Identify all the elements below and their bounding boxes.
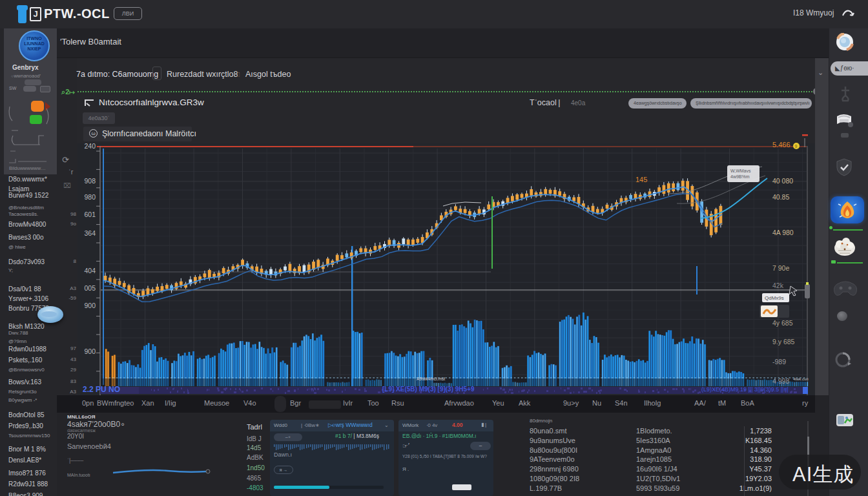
svg-text:4A 980: 4A 980 bbox=[772, 229, 794, 236]
svg-text:005: 005 bbox=[84, 284, 96, 292]
svg-text:4y 685: 4y 685 bbox=[772, 319, 793, 327]
svg-text:42k: 42k bbox=[772, 282, 784, 289]
svg-text:240: 240 bbox=[84, 142, 96, 150]
svg-text:9.y 685: 9.y 685 bbox=[772, 338, 795, 346]
svg-text:-989: -989 bbox=[772, 358, 786, 366]
svg-text:W,WMavs: W,WMavs bbox=[730, 169, 751, 173]
svg-text:(L9)XE(4B)M9.19 ||| 3||9(3)9.5: (L9)XE(4B)M9.19 ||| 3||9(3)9.5 ||#| bbox=[701, 386, 789, 393]
svg-text:[L9] XE(5B) M9(3) [9](3) 9H5+9: [L9] XE(5B) M9(3) [9](3) 9H5+9 bbox=[382, 386, 475, 393]
svg-text:A9twk4mct.mst: A9twk4mct.mst bbox=[417, 377, 445, 381]
svg-text:404: 404 bbox=[84, 267, 96, 274]
svg-text:QdMx9s: QdMx9s bbox=[765, 295, 784, 301]
svg-text:7 90e: 7 90e bbox=[772, 264, 789, 272]
svg-text:145: 145 bbox=[636, 176, 647, 183]
svg-text:4w9B%m: 4w9B%m bbox=[730, 174, 750, 179]
svg-text:4twk.curi: 4twk.curi bbox=[793, 377, 809, 381]
svg-text:980: 980 bbox=[84, 193, 96, 201]
svg-text:9: 9 bbox=[795, 144, 798, 149]
svg-text:900: 900 bbox=[84, 347, 96, 355]
svg-text:2.2 PU NO: 2.2 PU NO bbox=[83, 385, 120, 394]
svg-text:40 080: 40 080 bbox=[772, 177, 793, 185]
svg-text:364: 364 bbox=[84, 229, 96, 237]
svg-text:601: 601 bbox=[84, 211, 96, 218]
svg-text:4 998: 4 998 bbox=[772, 377, 789, 385]
svg-text:900: 900 bbox=[84, 302, 96, 309]
svg-text:40.85: 40.85 bbox=[772, 193, 789, 201]
svg-text:5.466: 5.466 bbox=[772, 141, 790, 149]
svg-text:908: 908 bbox=[84, 177, 96, 185]
